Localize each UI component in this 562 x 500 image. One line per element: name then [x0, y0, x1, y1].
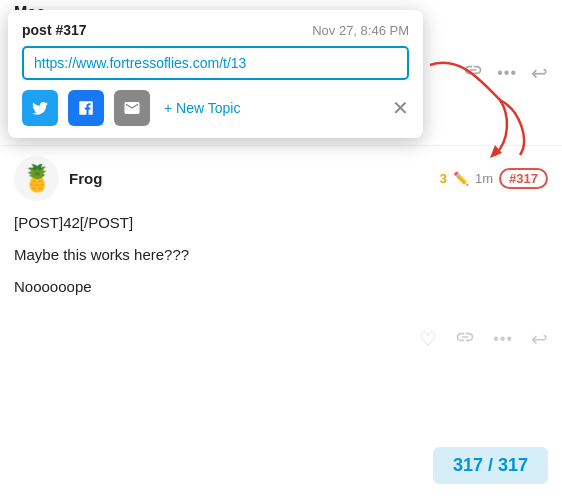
post-body-line2: Maybe this works here???: [14, 243, 548, 267]
post-body-line3: Noooooope: [14, 275, 548, 299]
time-ago: 1m: [475, 171, 493, 186]
post-meta: 3 ✏️ 1m #317: [440, 168, 548, 189]
heart-icon[interactable]: ♡: [419, 327, 437, 351]
share-popup: post #317 Nov 27, 8:46 PM + New Topic ✕: [8, 10, 423, 138]
edit-icon: ✏️: [453, 171, 469, 186]
close-popup-button[interactable]: ✕: [392, 98, 409, 118]
more-action-icon[interactable]: •••: [493, 330, 513, 348]
new-topic-button[interactable]: + New Topic: [164, 100, 240, 116]
page-total: 317: [498, 455, 528, 475]
post-body-line1: [POST]42[/POST]: [14, 211, 548, 235]
link-icon[interactable]: [463, 60, 483, 85]
more-icon[interactable]: •••: [497, 64, 517, 82]
reply-icon[interactable]: ↩: [531, 61, 548, 85]
avatar: 🍍: [14, 156, 59, 201]
post-header: 🍍 Frog 3 ✏️ 1m #317: [0, 146, 562, 207]
username[interactable]: Frog: [69, 170, 440, 187]
popup-post-id: post #317: [22, 22, 87, 38]
edit-count: 3: [440, 171, 447, 186]
reply-action-icon[interactable]: ↩: [531, 327, 548, 351]
post-number-badge[interactable]: #317: [499, 168, 548, 189]
popup-url-row: [22, 46, 409, 80]
popup-timestamp: Nov 27, 8:46 PM: [312, 23, 409, 38]
popup-url-input[interactable]: [22, 46, 409, 80]
post-area: 🍍 Frog 3 ✏️ 1m #317 [POST]42[/POST] Mayb…: [0, 145, 562, 365]
page-counter[interactable]: 317 / 317: [433, 447, 548, 484]
popup-actions-row: + New Topic ✕: [22, 90, 409, 126]
page-current: 317: [453, 455, 483, 475]
popup-header: post #317 Nov 27, 8:46 PM: [22, 22, 409, 38]
facebook-share-button[interactable]: [68, 90, 104, 126]
twitter-share-button[interactable]: [22, 90, 58, 126]
email-share-button[interactable]: [114, 90, 150, 126]
post-body: [POST]42[/POST] Maybe this works here???…: [0, 207, 562, 321]
page-separator: /: [483, 455, 498, 475]
link-action-icon[interactable]: [455, 327, 475, 351]
post-actions: ♡ ••• ↩: [0, 321, 562, 365]
